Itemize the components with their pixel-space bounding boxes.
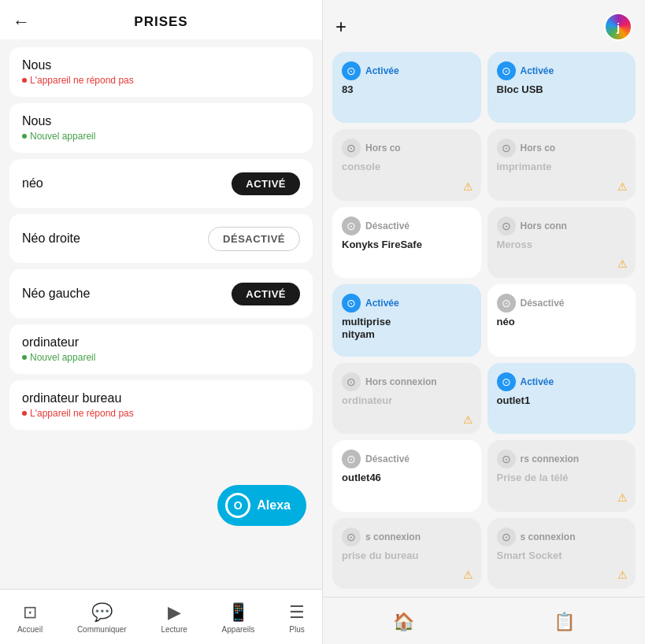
card-status: rs connexion xyxy=(521,453,580,464)
left-panel-inner: Nous L'appareil ne répond pas Nous Nouve… xyxy=(0,39,322,589)
device-info: ordinateur Nouvel appareil xyxy=(22,335,95,363)
plug-icon: ⊙ xyxy=(497,450,516,468)
card-name: 83 xyxy=(342,83,472,96)
device-status-text: L'appareil ne répond pas xyxy=(30,408,134,419)
device-item[interactable]: néo ACTIVÉ xyxy=(9,159,313,208)
grid-card[interactable]: ⊙ Activée 83 xyxy=(332,52,481,123)
device-info: Nous Nouvel appareil xyxy=(22,114,95,142)
grid-card[interactable]: ⊙ s connexion prise du bureau ⚠ xyxy=(332,518,481,589)
card-name: console xyxy=(342,161,472,173)
left-panel: ← PRISES Nous L'appareil ne répond pas N… xyxy=(0,0,323,644)
device-badge: ACTIVÉ xyxy=(232,172,300,195)
device-name: ordinateur bureau xyxy=(22,391,134,405)
nav-item-lecture[interactable]: ▶ Lecture xyxy=(161,602,187,634)
nav-icon: ▶ xyxy=(168,602,181,623)
grid-card[interactable]: ⊙ Désactivé Konyks FireSafe xyxy=(332,207,481,278)
nav-label: Communiquer xyxy=(77,625,127,634)
add-button[interactable]: + xyxy=(335,16,347,38)
grid-container: ⊙ Activée 83 ⊙ Activée Bloc USB ⊙ Hors c… xyxy=(323,47,645,597)
card-icon-row: ⊙ s connexion xyxy=(497,527,627,546)
nav-icon: 📱 xyxy=(228,602,249,623)
device-item[interactable]: Nous Nouvel appareil xyxy=(9,103,313,153)
card-name: Meross xyxy=(497,239,627,251)
card-status: s connexion xyxy=(365,531,421,542)
nav-item-communiquer[interactable]: 💬 Communiquer xyxy=(77,602,127,634)
device-badge: ACTIVÉ xyxy=(232,283,300,305)
alexa-button[interactable]: O Alexa xyxy=(217,485,306,526)
card-name: Bloc USB xyxy=(497,83,627,96)
device-name: néo xyxy=(22,176,43,191)
device-item[interactable]: Néo droite DÉSACTIVÉ xyxy=(9,214,313,263)
card-icon-row: ⊙ Activée xyxy=(342,61,472,80)
grid-card[interactable]: ⊙ Hors co console ⚠ xyxy=(332,129,481,200)
device-status-text: Nouvel appareil xyxy=(30,352,95,363)
card-icon-row: ⊙ Désactivé xyxy=(342,217,472,235)
device-name: Nous xyxy=(22,58,134,72)
plug-icon: ⊙ xyxy=(342,217,361,235)
grid-card[interactable]: ⊙ Activée outlet1 xyxy=(487,363,636,434)
right-panel: + j ⊙ Activée 83 ⊙ Activée Bloc USB ⊙ Ho… xyxy=(323,0,645,644)
device-status-text: Nouvel appareil xyxy=(30,131,95,142)
device-info: néo xyxy=(22,176,43,191)
grid-card[interactable]: ⊙ Hors connexion ordinateur ⚠ xyxy=(332,363,481,434)
card-icon-row: ⊙ Hors connexion xyxy=(342,372,472,391)
avatar[interactable]: j xyxy=(604,13,632,41)
device-name: ordinateur xyxy=(22,335,95,350)
card-status: Désactivé xyxy=(365,220,410,231)
plug-icon: ⊙ xyxy=(342,294,361,313)
nav-label: Appareils xyxy=(222,625,255,634)
alexa-label: Alexa xyxy=(257,498,291,513)
grid-card[interactable]: ⊙ Désactivé outlet46 xyxy=(332,440,481,511)
left-header: ← PRISES xyxy=(0,0,322,39)
plug-icon: ⊙ xyxy=(497,294,516,313)
warning-icon: ⚠ xyxy=(617,257,628,270)
nav-icon: ⊡ xyxy=(23,602,37,623)
grid-card[interactable]: ⊙ s connexion Smart Socket ⚠ xyxy=(487,518,636,589)
card-name: multiprise nityam xyxy=(342,316,472,340)
plug-icon: ⊙ xyxy=(497,139,516,157)
device-status-text: L'appareil ne répond pas xyxy=(30,75,134,86)
nav-item-plus[interactable]: ☰ Plus xyxy=(289,602,305,634)
card-name: prise du bureau xyxy=(342,550,472,562)
card-icon-row: ⊙ rs connexion xyxy=(497,450,627,468)
plug-icon: ⊙ xyxy=(342,372,361,391)
card-icon-row: ⊙ s connexion xyxy=(342,527,472,546)
grid-card[interactable]: ⊙ Hors conn Meross ⚠ xyxy=(487,207,636,278)
grid-card[interactable]: ⊙ Désactivé néo xyxy=(487,284,636,357)
grid-card[interactable]: ⊙ rs connexion Prise de la télé ⚠ xyxy=(487,440,636,511)
grid-card[interactable]: ⊙ Hors co imprimante ⚠ xyxy=(487,129,636,200)
nav-item-accueil[interactable]: ⊡ Accueil xyxy=(17,602,43,634)
card-icon-row: ⊙ Activée xyxy=(497,61,627,80)
device-item[interactable]: Néo gauche ACTIVÉ xyxy=(9,269,313,318)
device-item[interactable]: ordinateur Nouvel appareil xyxy=(9,324,313,374)
nav-label: Lecture xyxy=(161,625,187,634)
card-name: Prise de la télé xyxy=(497,472,627,484)
back-button[interactable]: ← xyxy=(13,12,30,32)
plug-icon: ⊙ xyxy=(342,527,361,546)
right-header: + j xyxy=(323,0,645,47)
alexa-icon: O xyxy=(225,493,250,518)
card-status: Hors conn xyxy=(521,220,567,231)
card-status: Activée xyxy=(365,65,399,76)
card-status: Désactivé xyxy=(365,453,410,464)
card-status: Désactivé xyxy=(521,298,565,309)
device-item[interactable]: Nous L'appareil ne répond pas xyxy=(9,47,313,97)
grid-card[interactable]: ⊙ Activée multiprise nityam xyxy=(332,284,481,357)
card-icon-row: ⊙ Hors co xyxy=(342,139,472,157)
device-item[interactable]: ordinateur bureau L'appareil ne répond p… xyxy=(9,380,313,430)
nav-item-appareils[interactable]: 📱 Appareils xyxy=(222,602,255,634)
card-name: ordinateur xyxy=(342,394,472,407)
card-status: Hors co xyxy=(365,142,401,154)
bottom-nav: ⊡ Accueil 💬 Communiquer ▶ Lecture 📱 Appa… xyxy=(0,589,322,644)
list-nav-icon[interactable]: 📋 xyxy=(554,612,575,632)
card-status: Activée xyxy=(521,65,554,76)
grid-card[interactable]: ⊙ Activée Bloc USB xyxy=(487,52,636,123)
home-nav-icon[interactable]: 🏠 xyxy=(393,612,414,632)
nav-icon: 💬 xyxy=(91,602,113,623)
warning-icon: ⚠ xyxy=(463,413,473,426)
card-icon-row: ⊙ Activée xyxy=(497,372,627,391)
warning-icon: ⚠ xyxy=(463,568,473,581)
device-name: Néo droite xyxy=(22,231,80,246)
card-name: néo xyxy=(497,316,627,328)
card-status: s connexion xyxy=(521,531,576,542)
